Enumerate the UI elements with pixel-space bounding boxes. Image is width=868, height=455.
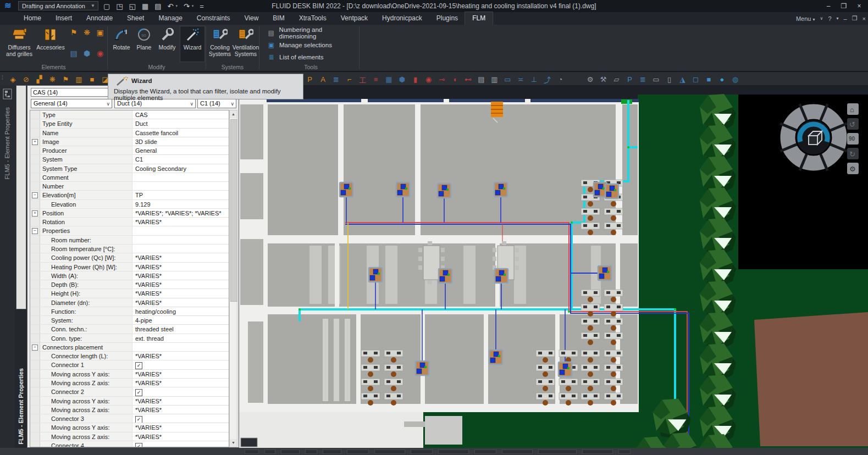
element-tree-icon[interactable] [3,88,12,99]
exterior-wall[interactable] [267,99,639,102]
property-value[interactable]: *VARIES* [132,271,229,280]
property-row[interactable]: Connector 1✓ [30,360,229,369]
annotate-a-icon[interactable]: A [319,75,327,84]
settings-gear-button[interactable]: ⚙ [847,163,859,174]
property-value[interactable]: *VARIES* [132,432,229,441]
doc-minimize-button[interactable]: – [844,15,847,22]
diffusers-and-grilles-button[interactable]: Diffusers and grilles [3,26,35,57]
checkbox[interactable]: ✓ [135,389,142,396]
property-row[interactable]: Moving across Y axis:*VARIES* [30,423,229,432]
expander-icon[interactable]: − [32,192,38,198]
property-value[interactable]: *VARIES* [132,379,229,387]
property-value[interactable]: ✓ [132,387,229,396]
property-value[interactable]: TP [132,191,229,199]
property-row[interactable]: Moving across Z axis:*VARIES* [30,379,229,387]
property-row[interactable]: Conn. techn.:threaded steel [30,325,229,334]
rotate-ccw-button[interactable]: ↺ [847,118,859,130]
rotate-button[interactable]: I Rotate [110,26,133,51]
property-row[interactable]: Moving across Y axis:*VARIES* [30,397,229,406]
property-value[interactable]: General [132,146,229,154]
checkbox[interactable]: ✓ [135,362,142,369]
ahu-icon[interactable]: ▦ [385,75,393,84]
tab-hydronicpack[interactable]: Hydronicpack [375,12,429,25]
render-icon[interactable]: ◍ [731,75,739,84]
expander-icon[interactable]: − [32,345,38,351]
fan-icon[interactable]: ❋ [48,75,57,84]
property-value[interactable] [132,173,229,181]
property-row[interactable]: Room number: [30,236,229,245]
expander-icon[interactable]: + [32,210,38,217]
sphere-icon[interactable]: ● [718,75,726,84]
fc-instance[interactable] [416,361,429,375]
duct-elbow-icon[interactable]: ⌐ [345,75,353,84]
property-value[interactable]: *VARIES* [132,370,229,378]
tab-sheet[interactable]: Sheet [120,12,151,25]
menu-dropdown[interactable]: Menu ▾ [796,15,815,22]
undo-icon[interactable]: ↶ [167,2,173,10]
property-row[interactable]: TypeCAS [30,110,229,119]
property-value[interactable]: CAS [132,110,229,119]
property-row[interactable]: Connector 4✓ [30,441,229,447]
tool-arrow-icon[interactable]: ⤴ [543,74,551,85]
property-value[interactable]: *VARIES* [132,397,229,405]
fc-instance[interactable] [340,182,353,197]
status-chip[interactable] [474,450,496,454]
property-row[interactable]: Moving across Y axis:*VARIES* [30,370,229,379]
property-row[interactable]: −Elevation[m]TP [30,191,229,199]
customize-icon[interactable]: = [200,2,204,10]
property-row[interactable]: Function:heating/cooling [30,307,229,316]
help-button[interactable]: ? [828,15,831,22]
open-file-icon[interactable]: ◳ [116,2,123,10]
status-chip[interactable] [374,450,405,454]
palette-tab-label[interactable]: FLM5 - Element Properties [4,107,10,179]
p-list-icon[interactable]: P [626,75,634,84]
panel-icon[interactable]: ■ [88,75,96,84]
scrollbar-thumb[interactable] [230,119,237,302]
green-marker[interactable] [621,99,632,104]
property-row[interactable]: Diameter (dn):*VARIES* [30,298,229,307]
pump-icon[interactable]: ◖ [451,75,459,84]
view-cube-icon[interactable] [809,131,822,145]
status-chip[interactable] [438,450,469,454]
restore-button[interactable]: ❐ [836,0,852,12]
redo-icon[interactable]: ↷ [184,2,190,10]
wizard-button[interactable]: Wizard [180,26,204,62]
home-button[interactable]: ⌂ [847,103,859,115]
flag-icon[interactable]: ⚑ [62,75,70,84]
status-chip[interactable] [305,450,317,454]
property-row[interactable]: System TypeCooling Secondary [30,164,229,173]
property-value[interactable] [132,226,229,235]
property-value[interactable]: ✓ [132,414,229,423]
tab-view[interactable]: View [237,12,266,25]
fc-instance[interactable] [396,182,410,197]
checkbox[interactable]: ✓ [135,416,142,423]
property-row[interactable]: Heating Power (Qh) [W]:*VARIES* [30,263,229,271]
status-chip[interactable] [502,450,533,454]
property-row[interactable]: +Position*VARIES*; *VARIES*; *VARIES* [30,209,229,218]
status-chip[interactable] [582,450,613,454]
wrench-edit-icon[interactable]: ⚒ [599,75,607,84]
status-chip[interactable] [538,450,577,454]
property-value[interactable]: 4-pipe [132,316,229,324]
property-row[interactable]: Number [30,182,229,191]
cooling-systems-button[interactable]: Cooling Systems [207,26,233,57]
cabinet-icon[interactable]: ▤ [67,49,80,58]
property-value[interactable]: ✓ [132,360,229,369]
property-row[interactable]: SystemC1 [30,155,229,164]
rooms-middle[interactable] [268,243,638,307]
palette-rail-scroll[interactable] [16,85,26,309]
drawing-viewport[interactable]: ⌂ ↺ 90 ↻ ⚙ [239,85,868,448]
tab-flm[interactable]: FLM [465,12,493,25]
property-row[interactable]: Rotation*VARIES* [30,218,229,226]
import-icon[interactable]: ◱ [129,2,136,10]
tank-icon[interactable]: ⬢ [398,75,406,84]
plane-button[interactable]: 90 Plane [133,26,155,51]
collapse-ribbon-icon[interactable]: ∨ [820,16,823,21]
property-row[interactable]: Conn. type:ext. thread [30,334,229,343]
beam-icon[interactable]: 工 [358,74,367,85]
property-row[interactable]: Connector 2✓ [30,387,229,396]
property-row[interactable]: Moving across Z axis:*VARIES* [30,432,229,441]
fc-instance[interactable] [559,362,572,376]
save-icon[interactable]: ▦ [142,2,148,10]
property-row[interactable]: Width (A):*VARIES* [30,271,229,280]
